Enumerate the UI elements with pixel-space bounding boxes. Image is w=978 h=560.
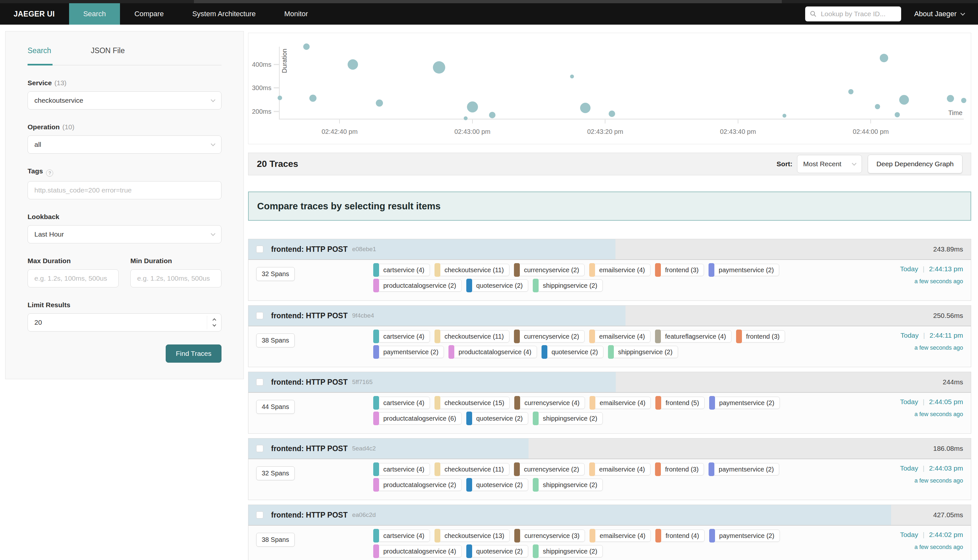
trace-scatter-point[interactable]: [464, 116, 467, 120]
service-tag[interactable]: productcatalogservice (4): [373, 545, 462, 557]
service-tag[interactable]: frontend (3): [655, 264, 704, 276]
find-traces-button[interactable]: Find Traces: [166, 345, 222, 363]
about-jaeger-menu[interactable]: About Jaeger: [914, 10, 965, 18]
spinner-down-icon[interactable]: [212, 323, 216, 326]
help-icon[interactable]: ?: [46, 170, 53, 177]
nav-tab-search[interactable]: Search: [69, 3, 120, 25]
trace-scatter-point[interactable]: [489, 112, 496, 118]
tab-json-file[interactable]: JSON File: [91, 46, 126, 65]
service-tag[interactable]: quoteservice (2): [542, 346, 604, 358]
trace-card-header[interactable]: frontend: HTTP POST 5ff7165 244ms: [249, 372, 971, 393]
trace-card-header[interactable]: frontend: HTTP POST e08ebe1 243.89ms: [249, 239, 971, 260]
service-tag[interactable]: frontend (3): [736, 330, 785, 343]
trace-span-count[interactable]: 32 Spans: [256, 466, 295, 480]
service-select[interactable]: checkoutservice: [28, 92, 222, 110]
service-tag[interactable]: shippingservice (2): [533, 412, 603, 425]
service-tag[interactable]: checkoutservice (11): [434, 463, 509, 475]
service-tag[interactable]: shippingservice (2): [533, 279, 603, 292]
service-tag[interactable]: shippingservice (2): [608, 346, 678, 358]
service-tag[interactable]: checkoutservice (11): [434, 264, 509, 276]
tags-input[interactable]: [28, 181, 222, 199]
nav-tab-monitor[interactable]: Monitor: [270, 3, 322, 25]
trace-scatter-point[interactable]: [467, 102, 478, 112]
service-tag[interactable]: currencyservice (2): [514, 330, 585, 343]
trace-scatter-point[interactable]: [277, 96, 282, 100]
service-tag[interactable]: frontend (3): [655, 463, 704, 475]
trace-scatter-point[interactable]: [875, 104, 880, 109]
trace-scatter-point[interactable]: [609, 110, 615, 117]
trace-scatter-point[interactable]: [303, 43, 310, 50]
service-tag[interactable]: emailservice (4): [589, 264, 651, 276]
service-tag[interactable]: shippingservice (2): [533, 479, 603, 491]
trace-scatter-point[interactable]: [309, 95, 317, 102]
trace-span-count[interactable]: 44 Spans: [256, 400, 295, 414]
service-tag[interactable]: cartservice (4): [373, 463, 430, 475]
trace-scatter-point[interactable]: [895, 112, 900, 117]
service-tag[interactable]: paymentservice (2): [709, 530, 780, 542]
trace-scatter-point[interactable]: [848, 89, 853, 94]
trace-card-header[interactable]: frontend: HTTP POST ea06c2d 427.05ms: [249, 505, 971, 526]
service-tag[interactable]: currencyservice (2): [514, 463, 585, 475]
trace-select-checkbox[interactable]: [256, 445, 263, 452]
service-tag[interactable]: cartservice (4): [373, 330, 430, 343]
trace-scatter-point[interactable]: [570, 75, 574, 78]
max-duration-input[interactable]: [28, 269, 118, 287]
service-tag[interactable]: paymentservice (2): [709, 264, 779, 276]
trace-scatter-point[interactable]: [376, 100, 383, 107]
service-tag[interactable]: quoteservice (2): [466, 479, 528, 491]
trace-span-count[interactable]: 38 Spans: [256, 533, 295, 547]
service-tag[interactable]: emailservice (4): [589, 463, 651, 475]
trace-id-input[interactable]: [820, 10, 896, 18]
trace-scatter-point[interactable]: [961, 98, 966, 103]
trace-select-checkbox[interactable]: [256, 378, 263, 386]
deep-dependency-graph-button[interactable]: Deep Dependency Graph: [868, 155, 963, 173]
trace-select-checkbox[interactable]: [256, 512, 263, 518]
service-tag[interactable]: currencyservice (3): [514, 530, 585, 542]
service-tag[interactable]: productcatalogservice (2): [373, 279, 462, 292]
trace-scatter-point[interactable]: [348, 59, 358, 70]
trace-card[interactable]: frontend: HTTP POST 9f4cbe4 250.56ms 38 …: [248, 305, 971, 367]
service-tag[interactable]: paymentservice (2): [709, 463, 779, 475]
trace-scatter-point[interactable]: [899, 95, 909, 105]
trace-span-count[interactable]: 38 Spans: [256, 333, 295, 347]
trace-card[interactable]: frontend: HTTP POST 5ead4c2 186.08ms 32 …: [248, 438, 971, 500]
service-tag[interactable]: checkoutservice (13): [434, 530, 510, 542]
service-tag[interactable]: productcatalogservice (4): [449, 346, 537, 358]
trace-span-count[interactable]: 32 Spans: [256, 267, 295, 281]
trace-scatter-point[interactable]: [880, 54, 888, 62]
service-tag[interactable]: featureflagservice (4): [655, 330, 731, 343]
service-tag[interactable]: quoteservice (2): [466, 279, 528, 292]
trace-select-checkbox[interactable]: [256, 246, 263, 253]
trace-card[interactable]: frontend: HTTP POST e08ebe1 243.89ms 32 …: [248, 239, 971, 301]
service-tag[interactable]: currencyservice (4): [514, 397, 585, 409]
trace-card-header[interactable]: frontend: HTTP POST 9f4cbe4 250.56ms: [249, 306, 971, 326]
trace-scatter-point[interactable]: [947, 95, 954, 102]
service-tag[interactable]: frontend (5): [655, 397, 704, 409]
service-tag[interactable]: emailservice (4): [589, 330, 651, 343]
min-duration-input[interactable]: [130, 269, 222, 287]
service-tag[interactable]: paymentservice (2): [373, 346, 444, 358]
service-tag[interactable]: emailservice (4): [589, 530, 651, 542]
trace-scatter-point[interactable]: [580, 103, 591, 113]
number-spinner[interactable]: [207, 316, 221, 329]
nav-tab-compare[interactable]: Compare: [120, 3, 178, 25]
trace-id-lookup[interactable]: [805, 7, 901, 22]
service-tag[interactable]: quoteservice (2): [466, 412, 528, 425]
tab-search[interactable]: Search: [28, 46, 53, 65]
trace-card[interactable]: frontend: HTTP POST 5ff7165 244ms 44 Spa…: [248, 372, 971, 433]
service-tag[interactable]: productcatalogservice (6): [373, 412, 462, 425]
service-tag[interactable]: emailservice (4): [589, 397, 651, 409]
service-tag[interactable]: checkoutservice (15): [434, 397, 510, 409]
service-tag[interactable]: currencyservice (2): [514, 264, 585, 276]
service-tag[interactable]: cartservice (4): [373, 397, 430, 409]
service-tag[interactable]: shippingservice (2): [533, 545, 603, 557]
operation-select[interactable]: all: [28, 135, 222, 153]
service-tag[interactable]: paymentservice (2): [709, 397, 780, 409]
trace-card[interactable]: frontend: HTTP POST ea06c2d 427.05ms 38 …: [248, 505, 971, 560]
service-tag[interactable]: productcatalogservice (2): [373, 479, 462, 491]
trace-select-checkbox[interactable]: [256, 312, 263, 319]
trace-scatter-point[interactable]: [783, 114, 786, 118]
trace-card-header[interactable]: frontend: HTTP POST 5ead4c2 186.08ms: [249, 438, 971, 459]
service-tag[interactable]: quoteservice (2): [466, 545, 528, 557]
spinner-up-icon[interactable]: [212, 318, 216, 322]
